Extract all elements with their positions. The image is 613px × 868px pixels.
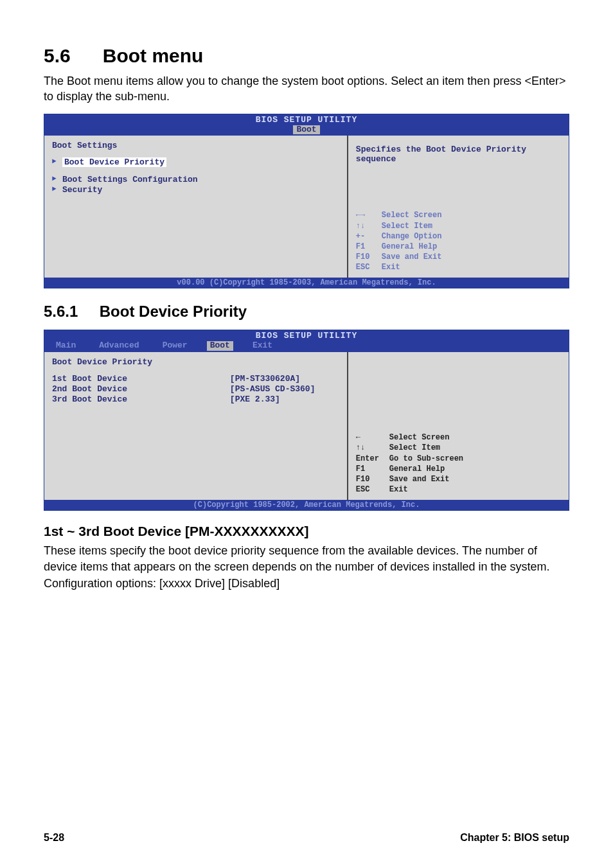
nav-key: Enter: [356, 454, 389, 464]
bios-left-pane: Boot Device Priority 1st Boot Device [PM…: [44, 352, 348, 500]
bios-tabs: Main Advanced Power Boot Exit: [44, 341, 569, 352]
nav-label: Exit: [382, 262, 400, 272]
bios-item-label: 2nd Boot Device: [52, 384, 230, 394]
bios-title: BIOS SETUP UTILITY: [44, 116, 569, 125]
bios-tab-power[interactable]: Power: [159, 341, 191, 351]
bios-body: Boot Device Priority 1st Boot Device [PM…: [44, 352, 569, 500]
bios-body: Boot Settings ► Boot Device Priority ► B…: [44, 136, 569, 278]
bios-left-title: Boot Device Priority: [52, 357, 339, 367]
page-number: 5-28: [44, 832, 64, 844]
subsection-number: 5.6.1: [44, 303, 78, 320]
bios-copyright: v00.00 (C)Copyright 1985-2003, American …: [44, 278, 569, 288]
nav-label: Save and Exit: [382, 252, 442, 262]
nav-key: ←→: [356, 210, 382, 220]
bios-copyright: (C)Copyright 1985-2002, American Megatre…: [44, 500, 569, 510]
bios-item-label: Boot Settings Configuration: [62, 175, 198, 184]
bios-help-text: Specifies the Boot Device Priority seque…: [356, 145, 561, 164]
nav-key: ←: [356, 432, 389, 443]
bios-item-boot-device-priority[interactable]: ► Boot Device Priority: [52, 157, 339, 167]
nav-key: +-: [356, 231, 382, 242]
bios-row-3rd-boot-device[interactable]: 3rd Boot Device [PXE 2.33]: [52, 394, 339, 404]
section-intro: The Boot menu items allow you to change …: [44, 73, 569, 105]
nav-label: Select Screen: [389, 432, 450, 443]
bios-row-2nd-boot-device[interactable]: 2nd Boot Device [PS-ASUS CD-S360]: [52, 384, 339, 394]
item-paragraph: These items specify the boot device prio…: [44, 543, 569, 574]
submenu-arrow-icon: ►: [52, 157, 62, 165]
bios-nav-legend: ←→Select Screen ↑↓Select Item +-Change O…: [356, 210, 561, 272]
bios-row-1st-boot-device[interactable]: 1st Boot Device [PM-ST330620A]: [52, 374, 339, 384]
nav-label: Select Screen: [382, 210, 442, 220]
nav-key: ESC: [356, 484, 389, 495]
bios-tab-advanced[interactable]: Advanced: [95, 341, 143, 351]
nav-key: ↑↓: [356, 443, 389, 453]
bios-tab-boot[interactable]: Boot: [207, 341, 233, 351]
page-footer: 5-28 Chapter 5: BIOS setup: [44, 832, 569, 844]
bios-titlebar: BIOS SETUP UTILITY Boot: [44, 114, 569, 136]
bios-titlebar: BIOS SETUP UTILITY Main Advanced Power B…: [44, 330, 569, 352]
bios-panel-boot-priority: BIOS SETUP UTILITY Main Advanced Power B…: [44, 330, 569, 511]
section-title: Boot menu: [103, 45, 204, 66]
bios-item-value: [PXE 2.33]: [230, 394, 339, 404]
nav-key: F10: [356, 474, 389, 484]
bios-item-label: Security: [62, 185, 102, 195]
bios-nav-legend: ←Select Screen ↑↓Select Item EnterGo to …: [356, 432, 561, 495]
nav-key: ESC: [356, 262, 382, 272]
bios-tab-main[interactable]: Main: [52, 341, 80, 351]
nav-label: General Help: [389, 464, 445, 474]
bios-left-pane: Boot Settings ► Boot Device Priority ► B…: [44, 136, 348, 278]
nav-key: F1: [356, 242, 382, 252]
bios-left-title: Boot Settings: [52, 141, 339, 150]
submenu-arrow-icon: ►: [52, 185, 62, 193]
nav-label: Select Item: [382, 221, 432, 231]
nav-key: F10: [356, 252, 382, 262]
bios-tab-exit[interactable]: Exit: [249, 341, 276, 351]
bios-tab-boot[interactable]: Boot: [293, 125, 319, 135]
bios-item-label: 3rd Boot Device: [52, 394, 230, 404]
section-number: 5.6: [44, 45, 71, 66]
nav-label: Go to Sub-screen: [389, 454, 463, 464]
bios-item-security[interactable]: ► Security: [52, 185, 339, 195]
bios-item-value: [PS-ASUS CD-S360]: [230, 384, 339, 394]
nav-label: Save and Exit: [389, 474, 450, 484]
section-heading: 5.6 Boot menu: [44, 45, 569, 67]
nav-key: ↑↓: [356, 221, 382, 231]
nav-label: Exit: [389, 484, 408, 495]
chapter-label: Chapter 5: BIOS setup: [460, 832, 569, 844]
nav-label: Select Item: [389, 443, 440, 453]
subsection-title: Boot Device Priority: [100, 303, 247, 320]
item-heading: 1st ~ 3rd Boot Device [PM-XXXXXXXXXX]: [44, 524, 569, 539]
bios-panel-boot-settings: BIOS SETUP UTILITY Boot Boot Settings ► …: [44, 114, 569, 289]
nav-key: F1: [356, 464, 389, 474]
nav-label: General Help: [382, 242, 437, 252]
bios-item-value: [PM-ST330620A]: [230, 374, 339, 384]
bios-item-label: 1st Boot Device: [52, 374, 230, 384]
bios-right-pane: Specifies the Boot Device Priority seque…: [348, 136, 569, 278]
bios-right-pane: ←Select Screen ↑↓Select Item EnterGo to …: [348, 352, 569, 500]
submenu-arrow-icon: ►: [52, 175, 62, 182]
item-config-options: Configuration options: [xxxxx Drive] [Di…: [44, 576, 569, 591]
bios-item-label: Boot Device Priority: [62, 157, 166, 167]
bios-title: BIOS SETUP UTILITY: [44, 332, 569, 341]
nav-label: Change Option: [382, 231, 442, 242]
subsection-heading: 5.6.1 Boot Device Priority: [44, 303, 569, 321]
bios-tabs: Boot: [44, 125, 569, 136]
bios-item-boot-settings-config[interactable]: ► Boot Settings Configuration: [52, 175, 339, 184]
